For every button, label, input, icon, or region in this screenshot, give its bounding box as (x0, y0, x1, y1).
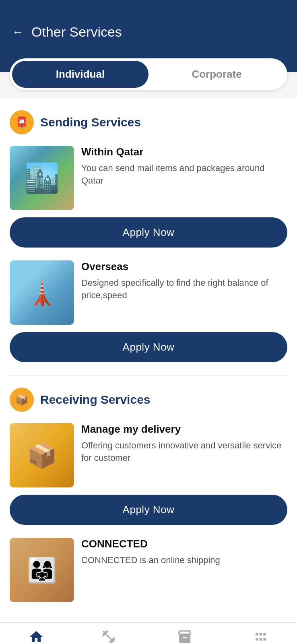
more-icon (253, 629, 268, 644)
overseas-row: Overseas Designed specifically to find t… (10, 260, 287, 325)
overseas-card: Overseas Designed specifically to find t… (10, 260, 287, 362)
tab-corporate[interactable]: Corporate (148, 61, 285, 88)
page-title: Other Services (31, 24, 122, 40)
sending-icon: 📮 (10, 110, 34, 134)
manage-delivery-info: Manage my delivery Offering customers in… (81, 423, 287, 487)
within-qatar-info: Within Qatar You can send mail items and… (81, 146, 287, 210)
receiving-icon: 📦 (10, 388, 34, 412)
connected-card: CONNECTED CONNECTED is an online shippin… (10, 538, 287, 609)
within-qatar-apply-button[interactable]: Apply Now (10, 217, 287, 248)
receiving-services-header: 📦 Receiving Services (10, 388, 287, 412)
home-icon (29, 629, 44, 644)
receiving-services-title: Receiving Services (40, 393, 151, 407)
nav-my-shipment[interactable]: My Shipment (161, 629, 208, 644)
overseas-apply-button[interactable]: Apply Now (10, 332, 287, 362)
tab-switcher: Individual Corporate (10, 58, 287, 90)
shipment-icon (177, 629, 192, 644)
overseas-info: Overseas Designed specifically to find t… (81, 260, 287, 325)
nav-package[interactable]: Package (89, 629, 129, 644)
tab-individual[interactable]: Individual (12, 61, 148, 88)
nav-home[interactable]: Home (16, 629, 56, 644)
within-qatar-name: Within Qatar (81, 146, 287, 158)
within-qatar-desc: You can send mail items and packages aro… (81, 162, 287, 187)
connected-info: CONNECTED CONNECTED is an online shippin… (81, 538, 287, 602)
nav-more[interactable]: More (241, 629, 281, 644)
connected-row: CONNECTED CONNECTED is an online shippin… (10, 538, 287, 602)
section-divider (10, 375, 287, 376)
within-qatar-card: Within Qatar You can send mail items and… (10, 146, 287, 248)
manage-delivery-image (10, 423, 74, 487)
within-qatar-row: Within Qatar You can send mail items and… (10, 146, 287, 210)
main-content: 📮 Sending Services Within Qatar You can … (0, 98, 297, 622)
overseas-name: Overseas (81, 260, 287, 273)
sending-services-title: Sending Services (40, 116, 141, 129)
connected-image (10, 538, 74, 602)
overseas-desc: Designed specifically to find the right … (81, 277, 287, 302)
connected-desc: CONNECTED is an online shipping (81, 554, 287, 567)
sending-services-header: 📮 Sending Services (10, 110, 287, 134)
overseas-image (10, 260, 74, 325)
connected-name: CONNECTED (81, 538, 287, 550)
back-button[interactable]: ← (12, 26, 23, 39)
manage-delivery-name: Manage my delivery (81, 423, 287, 436)
manage-delivery-apply-button[interactable]: Apply Now (10, 495, 287, 525)
bottom-nav: Home Package My Shipment More (0, 622, 297, 644)
within-qatar-image (10, 146, 74, 210)
manage-delivery-row: Manage my delivery Offering customers in… (10, 423, 287, 487)
package-icon (101, 629, 116, 644)
manage-delivery-card: Manage my delivery Offering customers in… (10, 423, 287, 525)
manage-delivery-desc: Offering customers innovative and versat… (81, 440, 287, 464)
